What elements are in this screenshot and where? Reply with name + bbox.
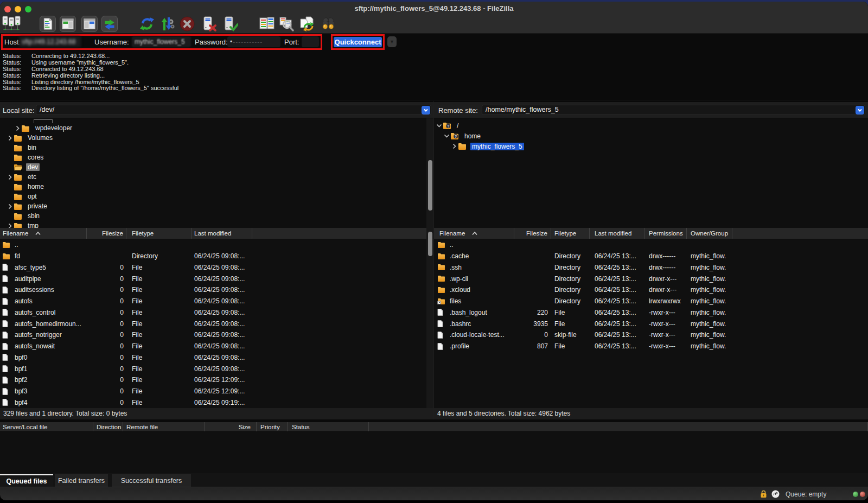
cancel-icon[interactable] [179,16,195,32]
file-row[interactable]: autofs_notrigger 0 File 06/24/25 09:08:.… [0,329,426,341]
file-row[interactable]: .bashrc 3935 File 06/24/25 13:... -rwxr-… [434,318,868,329]
scrollbar-thumb[interactable] [428,160,432,211]
tree-item[interactable]: ? Volumes [0,133,426,143]
file-row[interactable]: .. [0,239,426,251]
file-row[interactable]: .ssh Directory 06/24/25 13:... drwx-----… [434,262,868,273]
file-row[interactable]: autofs_control 0 File 06/24/25 09:08:... [0,307,426,319]
file-row[interactable]: bpf3 0 File 06/24/25 12:09:... [0,386,426,397]
find-files-icon[interactable] [298,16,315,32]
queue-column-size[interactable]: Size [205,422,257,431]
file-row[interactable]: .cache Directory 06/24/25 13:... drwx---… [434,251,868,262]
quickconnect-dropdown[interactable]: ▼ [387,36,397,47]
local-tree-toggle-icon[interactable] [60,16,76,32]
lock-icon[interactable] [760,487,767,500]
scrollbar-thumb[interactable] [428,232,432,256]
file-row[interactable]: .. [434,239,868,251]
queue-column-status[interactable]: Status [288,422,369,431]
file-row[interactable]: bpf4 0 File 06/24/25 09:19:... [0,397,426,409]
file-row[interactable]: auditsessions 0 File 06/24/25 09:08:... [0,284,426,296]
queue-column-priority[interactable]: Priority [257,422,288,431]
refresh-icon[interactable] [139,16,155,32]
tree-item[interactable]: ? home [434,131,868,141]
chevron-icon[interactable] [7,144,14,151]
port-input[interactable] [302,36,319,47]
column-lastmodified[interactable]: Last modified [192,228,252,239]
chevron-icon[interactable] [7,135,14,141]
column-filename[interactable]: Filename [0,228,87,239]
file-row[interactable]: bpf1 0 File 06/24/25 09:08:... [0,363,426,374]
file-row[interactable]: autofs_nowait 0 File 06/24/25 09:08:... [0,341,426,352]
chevron-icon[interactable] [443,133,450,139]
tree-item[interactable]: ? private [0,201,426,211]
tree-item[interactable]: ? opt [0,192,426,201]
tree-item[interactable]: ? wpdeveloper [0,123,426,133]
column-filetype[interactable]: Filetype [551,228,590,239]
process-queue-icon[interactable] [159,16,175,32]
tree-item[interactable]: ? dev [0,162,426,172]
chevron-icon[interactable] [14,125,21,131]
local-tree-scrollbar[interactable] [426,118,434,228]
tree-item[interactable]: ? home [0,182,426,192]
file-row[interactable]: autofs 0 File 06/24/25 09:08:... [0,296,426,307]
file-row[interactable]: bpf0 0 File 06/24/25 09:08:... [0,352,426,364]
tree-item[interactable]: ? bin [0,143,426,152]
site-manager-icon[interactable] [2,16,21,32]
disconnect-icon[interactable] [200,16,217,32]
tree-item[interactable]: ? etc [0,172,426,182]
transfer-queue-toggle-icon[interactable] [101,16,118,32]
tab-queued-files[interactable]: Queued files [0,474,53,487]
file-row[interactable]: auditpipe 0 File 06/24/25 09:08:... [0,273,426,284]
message-log-toggle-icon[interactable] [40,16,56,32]
local-list-scrollbar[interactable] [426,228,434,408]
file-row[interactable]: .xcloud Directory 06/24/25 13:... drwxr-… [434,284,868,296]
file-row[interactable]: .wp-cli Directory 06/24/25 13:... drwxr-… [434,273,868,284]
file-row[interactable]: autofs_homedirmoun... 0 File 06/24/25 09… [0,318,426,329]
column-filename[interactable]: Filename [434,228,514,239]
pane-divider[interactable] [433,101,434,419]
remote-site-input[interactable]: /home/mythic_flowers_5 [482,105,865,115]
password-input[interactable]: •----------- [227,36,280,47]
chevron-icon[interactable] [7,193,14,200]
column-permissions[interactable]: Permissions [644,228,687,239]
file-row[interactable]: fd Directory 06/24/25 09:08:... [0,251,426,262]
remote-tree-toggle-icon[interactable] [81,16,98,32]
file-row[interactable]: .bash_logout 220 File 06/24/25 13:... -r… [434,307,868,319]
file-row[interactable]: bpf2 0 File 06/24/25 12:09:... [0,374,426,386]
tree-item[interactable]: ? cores [0,152,426,162]
file-row[interactable]: afsc_type5 0 File 06/24/25 09:08:... [0,262,426,273]
column-filesize[interactable]: Filesize [514,228,551,239]
queue-column-direction[interactable]: Direction [93,422,123,431]
tree-item[interactable]: ? sbin [0,211,426,221]
tree-item[interactable]: ? tmp [0,221,426,228]
chevron-icon[interactable] [7,154,14,161]
chevron-icon[interactable] [7,213,14,219]
chevron-icon[interactable] [7,222,14,228]
queue-column-local[interactable]: Server/Local file [0,422,93,431]
chevron-icon[interactable] [7,183,14,190]
column-ownergroup[interactable]: Owner/Group [687,228,732,239]
username-input[interactable]: mythic_flowers_5 [132,36,191,47]
chevron-icon[interactable] [7,174,14,180]
file-row[interactable]: .profile 807 File 06/24/25 13:... -rwxr-… [434,341,868,352]
host-input[interactable]: sftp://49.12.243.68 [19,36,81,47]
remote-site-dropdown[interactable] [856,106,864,114]
chevron-icon[interactable] [451,143,458,150]
local-site-dropdown[interactable] [422,106,430,114]
queue-column-remote[interactable]: Remote file [123,422,205,431]
search-icon[interactable] [320,16,336,32]
speed-limit-icon[interactable] [771,487,780,500]
local-site-input[interactable]: /dev/ [36,105,431,115]
quickconnect-button[interactable]: Quickconnect [334,37,382,47]
column-lastmodified[interactable]: Last modified [590,228,644,239]
chevron-icon[interactable] [436,123,443,129]
tab-successful-transfers[interactable]: Successful transfers [112,474,191,487]
file-row[interactable]: files Directory 06/24/25 13:... lrwxrwxr… [434,296,868,307]
file-row[interactable]: .cloud-locale-test... 0 skip-file 06/24/… [434,329,868,341]
reconnect-icon[interactable] [221,16,238,32]
tab-failed-transfers[interactable]: Failed transfers [55,474,108,487]
column-filesize[interactable]: Filesize [87,228,126,239]
directory-comparison-icon[interactable] [259,16,275,32]
chevron-icon[interactable] [7,164,14,170]
synchronized-browsing-icon[interactable] [278,16,295,32]
column-filetype[interactable]: Filetype [126,228,192,239]
